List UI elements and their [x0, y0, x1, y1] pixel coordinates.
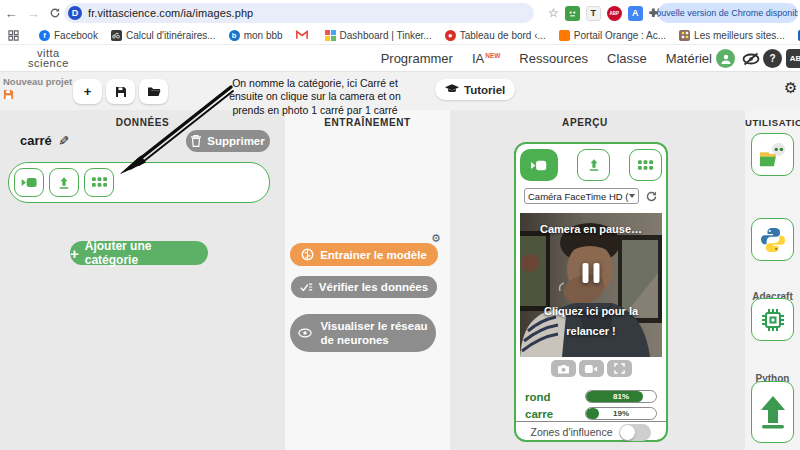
- bookmark-tableau[interactable]: ● Tableau de bord ‹...: [445, 30, 546, 41]
- capture-controls: [516, 360, 666, 377]
- extension-robot-icon[interactable]: [565, 6, 580, 21]
- extension-translate-icon[interactable]: A: [628, 6, 643, 21]
- preview-upload-button[interactable]: [577, 149, 610, 181]
- new-project-button[interactable]: +: [73, 79, 102, 104]
- bookmark-monbbb[interactable]: b mon bbb: [229, 30, 283, 41]
- bar-value: 19%: [586, 408, 656, 419]
- adacraft-icon: [758, 141, 788, 169]
- preview-gallery-button[interactable]: [629, 149, 662, 181]
- screen: ← → D fr.vittascience.com/ia/images.php …: [0, 0, 800, 450]
- usage-microcontroller-button[interactable]: [751, 298, 794, 341]
- save-project-button[interactable]: [106, 79, 135, 104]
- url-field[interactable]: D fr.vittascience.com/ia/images.php: [64, 3, 534, 23]
- data-column: DONNÉES carré ✎ Supprimer + Ajouter une …: [0, 110, 285, 450]
- category-name: carré: [20, 133, 52, 148]
- nav-ressources[interactable]: Ressources: [519, 51, 588, 66]
- bookmark-star-icon[interactable]: ☆: [548, 6, 559, 20]
- extension-abp-icon[interactable]: ABP: [607, 6, 622, 21]
- preview-column-title: APERÇU: [450, 117, 720, 128]
- new-badge: NEW: [485, 52, 500, 59]
- training-gear-icon[interactable]: ⚙: [431, 232, 441, 245]
- accessibility-eye-slash-icon[interactable]: [741, 49, 760, 68]
- tutorial-button[interactable]: Tutoriel: [435, 79, 515, 100]
- apps-grid-icon[interactable]: [8, 30, 19, 41]
- checklist-icon: [300, 281, 313, 293]
- verify-data-button[interactable]: Vérifier les données: [291, 276, 437, 298]
- probability-bar-carre: 19%: [585, 407, 657, 420]
- bookmarks-bar: f Facebook Calcul d'itinéraires... b mon…: [0, 26, 800, 45]
- category-upload-button[interactable]: [49, 168, 79, 197]
- pause-icon: [583, 263, 600, 283]
- training-column-title: ENTRAÎNEMENT: [285, 117, 450, 128]
- orange-icon: [559, 30, 570, 41]
- site-header: vitta science Programmer IANEW Ressource…: [0, 45, 800, 72]
- trash-icon: [191, 135, 201, 147]
- class-label-carre: carre: [525, 408, 553, 420]
- preview-card: Caméra FaceTime HD (10: [514, 142, 668, 442]
- nav-programmer[interactable]: Programmer: [381, 51, 453, 66]
- camera-restart-hint-line1: Cliquez ici pour la: [520, 305, 662, 317]
- add-category-button[interactable]: + Ajouter une catégorie: [70, 241, 208, 265]
- category-card: [8, 162, 270, 203]
- influence-row: Zones d'influence: [516, 421, 666, 442]
- camera-select[interactable]: Caméra FaceTime HD (10: [524, 188, 639, 204]
- bookmark-dashboard[interactable]: Dashboard | Tinker...: [325, 30, 432, 41]
- tableau-icon: ●: [445, 30, 456, 41]
- category-gallery-button[interactable]: [84, 168, 114, 197]
- nav-materiel[interactable]: Matériel: [666, 51, 712, 66]
- bookmark-orange[interactable]: Portail Orange : Ac...: [559, 30, 666, 41]
- class-label-rond: rond: [525, 391, 551, 403]
- data-column-title: DONNÉES: [0, 117, 285, 128]
- delete-category-button[interactable]: Supprimer: [186, 130, 270, 152]
- bookmark-meilleurs-sites[interactable]: Les meilleurs sites...: [679, 30, 785, 41]
- usage-adacraft-button[interactable]: [751, 133, 794, 176]
- vittascience-logo[interactable]: vitta science: [28, 48, 69, 68]
- plus-icon: +: [70, 246, 79, 261]
- route-icon: [111, 30, 122, 41]
- back-icon[interactable]: ←: [0, 6, 22, 21]
- forward-icon[interactable]: →: [22, 6, 44, 21]
- fullscreen-button[interactable]: [607, 360, 632, 377]
- main-nav: Programmer IANEW Ressources Classe Matér…: [381, 45, 712, 72]
- take-photo-button[interactable]: [551, 360, 576, 377]
- probability-bar-rond: 81%: [585, 390, 657, 403]
- microcontroller-chip-icon: [759, 306, 787, 334]
- chrome-update-button[interactable]: Nouvelle version de Chrome disponible: [658, 3, 798, 23]
- train-model-button[interactable]: Entrainer le modèle: [290, 243, 438, 266]
- chevron-down-icon: [629, 194, 635, 198]
- reload-icon[interactable]: [44, 7, 66, 19]
- ab-contrast-button[interactable]: AB: [786, 49, 800, 68]
- export-arrow-icon: [758, 395, 788, 429]
- bookmark-facebook[interactable]: f Facebook: [39, 30, 98, 41]
- user-avatar[interactable]: [716, 49, 735, 68]
- usage-export-button[interactable]: [751, 381, 794, 443]
- gmail-icon: [296, 30, 308, 40]
- edit-pencil-icon[interactable]: ✎: [56, 135, 71, 146]
- influence-toggle[interactable]: [619, 424, 651, 441]
- influence-label: Zones d'influence: [531, 426, 613, 438]
- eye-icon: [298, 328, 312, 338]
- url-text: fr.vittascience.com/ia/images.php: [88, 7, 253, 19]
- nav-ia[interactable]: IANEW: [472, 51, 500, 66]
- nav-classe[interactable]: Classe: [607, 51, 647, 66]
- sites-icon: [679, 30, 690, 41]
- webcam-video[interactable]: Camera en pause… Cliquez ici pour la rel…: [520, 213, 662, 357]
- usage-python-button[interactable]: [751, 218, 794, 261]
- extension-t-icon[interactable]: T: [586, 6, 601, 21]
- open-project-button[interactable]: [139, 79, 168, 104]
- site-favicon: D: [68, 6, 82, 20]
- camera-paused-title: Camera en pause…: [520, 223, 662, 235]
- help-button[interactable]: ?: [763, 49, 782, 68]
- settings-gear-icon[interactable]: ⚙: [784, 79, 797, 97]
- camera-restart-hint-line2: relancer !: [520, 325, 662, 337]
- bookmark-itineraires[interactable]: Calcul d'itinéraires...: [111, 30, 216, 41]
- tinkercad-icon: [325, 30, 336, 41]
- refresh-camera-icon[interactable]: [645, 190, 658, 203]
- record-video-button[interactable]: [579, 360, 604, 377]
- visualize-network-button[interactable]: Visualiser le réseau de neurones: [290, 314, 436, 352]
- category-camera-button[interactable]: [14, 168, 44, 197]
- graduation-cap-icon: [445, 84, 459, 95]
- browser-address-bar: ← → D fr.vittascience.com/ia/images.php …: [0, 0, 800, 26]
- bookmark-gmail[interactable]: [296, 30, 312, 40]
- preview-camera-button[interactable]: [520, 149, 558, 181]
